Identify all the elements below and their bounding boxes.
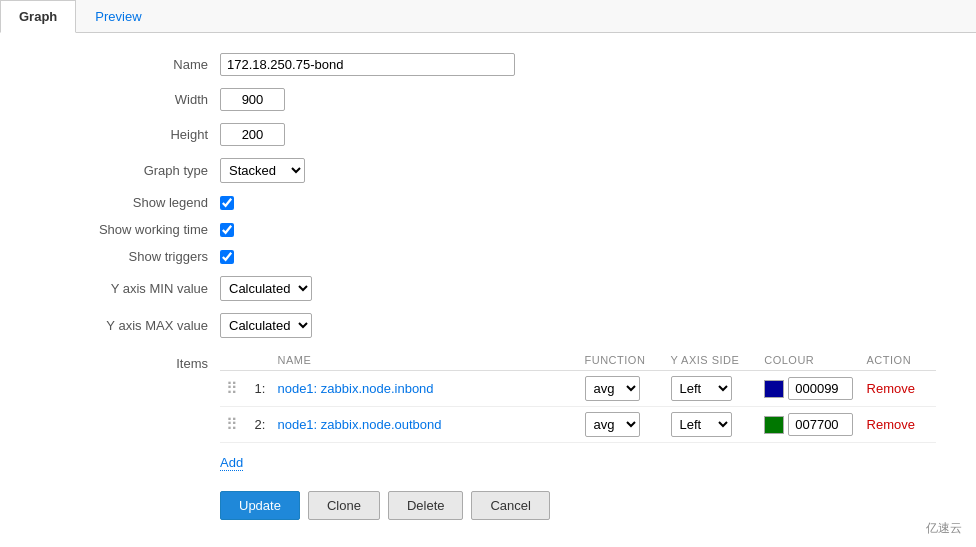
colour-cell [758, 407, 860, 443]
function-cell: minavgmaxalllast [579, 407, 665, 443]
table-row: ⠿1:node1: zabbix.node.inbondminavgmaxall… [220, 371, 936, 407]
show-legend-row: Show legend [20, 195, 936, 210]
remove-button[interactable]: Remove [867, 381, 915, 396]
y-axis-side-cell: LeftRight [665, 407, 759, 443]
width-input[interactable] [220, 88, 285, 111]
row-index: 2: [249, 407, 272, 443]
item-name-cell: node1: zabbix.node.outbond [271, 407, 578, 443]
y-axis-max-row: Y axis MAX value Calculated Fixed Item [20, 313, 936, 338]
tab-preview[interactable]: Preview [76, 0, 160, 33]
name-label: Name [20, 57, 220, 72]
show-legend-checkbox[interactable] [220, 196, 234, 210]
page-container: Graph Preview Name Width Height Graph ty… [0, 0, 976, 547]
function-select[interactable]: minavgmaxalllast [585, 376, 640, 401]
y-axis-side-cell: LeftRight [665, 371, 759, 407]
function-cell: minavgmaxalllast [579, 371, 665, 407]
action-cell: Remove [861, 371, 936, 407]
items-table-wrap: NAME FUNCTION Y AXIS SIDE COLOUR ACTION … [220, 350, 936, 471]
name-input[interactable] [220, 53, 515, 76]
graph-type-select[interactable]: Normal Stacked Pie Exploded [220, 158, 305, 183]
button-row: Update Clone Delete Cancel [20, 491, 936, 520]
update-button[interactable]: Update [220, 491, 300, 520]
item-name-link[interactable]: node1: zabbix.node.outbond [277, 417, 441, 432]
show-legend-label: Show legend [20, 195, 220, 210]
show-legend-checkbox-wrap [220, 196, 234, 210]
drag-handle[interactable]: ⠿ [220, 407, 249, 443]
colour-input[interactable] [788, 377, 853, 400]
items-table: NAME FUNCTION Y AXIS SIDE COLOUR ACTION … [220, 350, 936, 443]
name-row: Name [20, 53, 936, 76]
drag-icon: ⠿ [226, 416, 238, 433]
tab-graph[interactable]: Graph [0, 0, 76, 33]
show-working-time-checkbox[interactable] [220, 223, 234, 237]
delete-button[interactable]: Delete [388, 491, 464, 520]
colour-cell [758, 371, 860, 407]
y-axis-side-select[interactable]: LeftRight [671, 412, 732, 437]
height-input[interactable] [220, 123, 285, 146]
y-axis-min-label: Y axis MIN value [20, 281, 220, 296]
width-row: Width [20, 88, 936, 111]
graph-type-label: Graph type [20, 163, 220, 178]
cancel-button[interactable]: Cancel [471, 491, 549, 520]
watermark: 亿速云 [926, 520, 962, 537]
drag-handle[interactable]: ⠿ [220, 371, 249, 407]
graph-type-row: Graph type Normal Stacked Pie Exploded [20, 158, 936, 183]
form-area: Name Width Height Graph type Normal Stac… [0, 33, 976, 540]
colour-swatch[interactable] [764, 416, 784, 434]
show-working-time-checkbox-wrap [220, 223, 234, 237]
remove-button[interactable]: Remove [867, 417, 915, 432]
show-triggers-row: Show triggers [20, 249, 936, 264]
y-axis-max-select[interactable]: Calculated Fixed Item [220, 313, 312, 338]
width-label: Width [20, 92, 220, 107]
items-section: Items NAME FUNCTION Y AXIS SIDE COLOUR A… [20, 350, 936, 471]
height-row: Height [20, 123, 936, 146]
function-select[interactable]: minavgmaxalllast [585, 412, 640, 437]
colour-input[interactable] [788, 413, 853, 436]
col-header-yaxis: Y AXIS SIDE [665, 350, 759, 371]
y-axis-max-label: Y axis MAX value [20, 318, 220, 333]
add-item-link[interactable]: Add [220, 455, 243, 471]
item-name-link[interactable]: node1: zabbix.node.inbond [277, 381, 433, 396]
table-row: ⠿2:node1: zabbix.node.outbondminavgmaxal… [220, 407, 936, 443]
height-label: Height [20, 127, 220, 142]
show-working-time-label: Show working time [20, 222, 220, 237]
item-name-cell: node1: zabbix.node.inbond [271, 371, 578, 407]
items-label: Items [20, 350, 220, 371]
col-header-colour: COLOUR [758, 350, 860, 371]
clone-button[interactable]: Clone [308, 491, 380, 520]
y-axis-min-row: Y axis MIN value Calculated Fixed Item [20, 276, 936, 301]
show-triggers-label: Show triggers [20, 249, 220, 264]
show-working-time-row: Show working time [20, 222, 936, 237]
col-header-action: ACTION [861, 350, 936, 371]
show-triggers-checkbox-wrap [220, 250, 234, 264]
action-cell: Remove [861, 407, 936, 443]
row-index: 1: [249, 371, 272, 407]
show-triggers-checkbox[interactable] [220, 250, 234, 264]
drag-icon: ⠿ [226, 380, 238, 397]
col-header-name: NAME [271, 350, 578, 371]
col-header-function: FUNCTION [579, 350, 665, 371]
y-axis-min-select[interactable]: Calculated Fixed Item [220, 276, 312, 301]
tabs-bar: Graph Preview [0, 0, 976, 33]
colour-swatch[interactable] [764, 380, 784, 398]
y-axis-side-select[interactable]: LeftRight [671, 376, 732, 401]
